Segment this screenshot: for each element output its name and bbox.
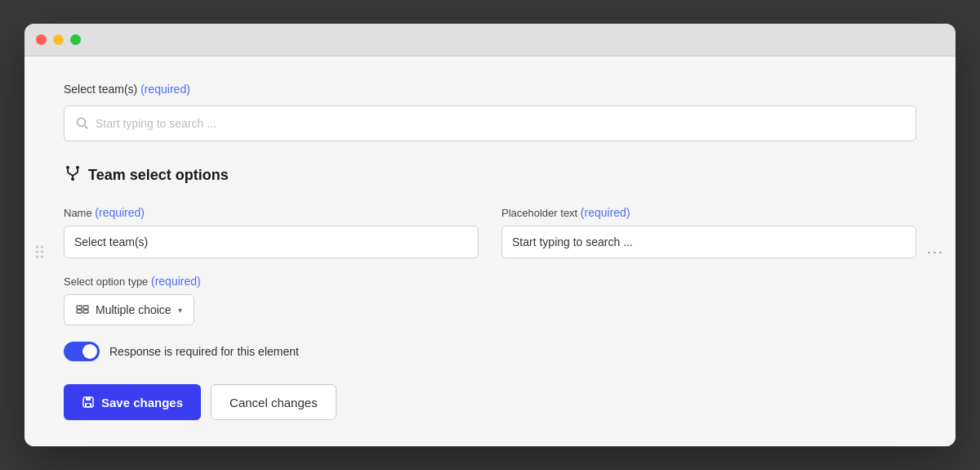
select-type-group: Select option type (required) Multiple c… — [64, 275, 916, 325]
select-type-label: Select option type (required) — [64, 275, 916, 288]
placeholder-required-label: (required) — [581, 206, 630, 219]
toggle-knob — [82, 344, 97, 359]
app-window: ··· Select team(s) (required) Start typi… — [24, 24, 956, 446]
multiple-choice-icon — [76, 302, 89, 318]
drag-handle[interactable] — [36, 245, 43, 257]
select-type-dropdown[interactable]: Multiple choice ▾ — [64, 294, 194, 325]
cancel-button-label: Cancel changes — [229, 396, 318, 410]
placeholder-field-group: Placeholder text (required) — [501, 206, 916, 258]
svg-point-4 — [71, 177, 74, 181]
main-content: ··· Select team(s) (required) Start typi… — [24, 56, 956, 446]
more-options-button[interactable]: ··· — [927, 243, 944, 260]
top-section: Select team(s) (required) Start typing t… — [64, 83, 916, 141]
svg-rect-17 — [87, 404, 90, 406]
section-header: Team select options — [64, 164, 916, 186]
svg-line-1 — [85, 126, 88, 129]
maximize-button[interactable] — [70, 34, 81, 45]
team-search-box[interactable]: Start typing to search ... — [64, 105, 916, 141]
svg-point-2 — [66, 166, 69, 169]
select-type-required-label: (required) — [151, 275, 201, 288]
svg-rect-12 — [83, 306, 88, 309]
svg-line-7 — [68, 172, 73, 176]
svg-rect-11 — [77, 310, 82, 313]
save-button-label: Save changes — [101, 396, 183, 410]
minimize-button[interactable] — [53, 34, 64, 45]
button-row: Save changes Cancel changes — [64, 384, 916, 420]
select-type-label-text: Select option type — [64, 275, 148, 288]
search-placeholder-text: Start typing to search ... — [96, 117, 216, 130]
fork-icon — [64, 164, 82, 186]
save-button[interactable]: Save changes — [64, 384, 201, 420]
fields-row: Name (required) Placeholder text (requir… — [64, 206, 916, 258]
toggle-row: Response is required for this element — [64, 342, 916, 361]
name-label-text: Name — [64, 207, 92, 219]
top-label-text: Select team(s) — [64, 83, 137, 96]
placeholder-input[interactable] — [501, 226, 916, 258]
titlebar — [24, 24, 956, 56]
toggle-label: Response is required for this element — [109, 345, 299, 358]
top-required-label: (required) — [140, 83, 190, 96]
required-toggle[interactable] — [64, 342, 100, 361]
placeholder-label-text: Placeholder text — [501, 207, 577, 219]
svg-rect-15 — [86, 397, 91, 401]
section-title: Team select options — [88, 167, 229, 184]
svg-rect-13 — [83, 310, 88, 313]
close-button[interactable] — [36, 34, 47, 45]
svg-rect-10 — [77, 306, 82, 309]
svg-line-8 — [73, 172, 78, 176]
select-option-label: Multiple choice — [96, 303, 172, 316]
name-required-label: (required) — [95, 206, 145, 219]
chevron-down-icon: ▾ — [178, 306, 182, 315]
placeholder-label: Placeholder text (required) — [501, 206, 916, 219]
search-icon — [76, 117, 89, 130]
top-section-label: Select team(s) (required) — [64, 83, 916, 96]
cancel-button[interactable]: Cancel changes — [211, 384, 336, 420]
save-icon — [82, 396, 95, 409]
name-input[interactable] — [64, 226, 479, 258]
name-field-group: Name (required) — [64, 206, 479, 258]
name-label: Name (required) — [64, 206, 479, 219]
svg-point-3 — [76, 166, 79, 169]
